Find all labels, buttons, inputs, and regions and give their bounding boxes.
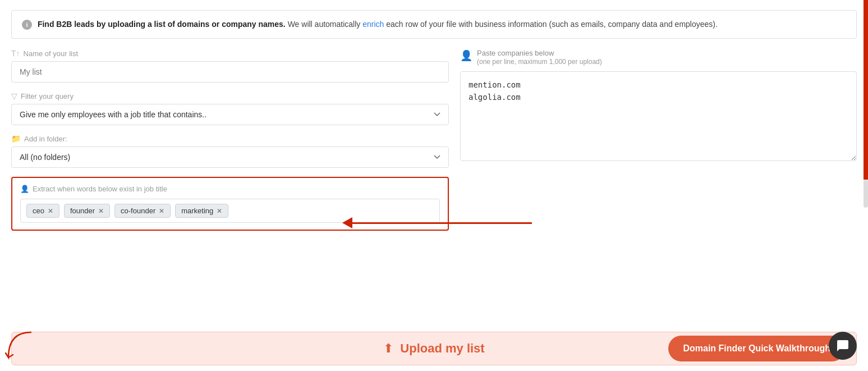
filter-icon: ▽ — [11, 91, 17, 100]
filter-field-label: ▽ Filter your query — [11, 91, 449, 100]
red-bar-decoration — [864, 0, 868, 180]
tags-label: 👤 Extract when words below exist in job … — [20, 185, 440, 193]
tag-founder-remove[interactable]: ✕ — [98, 207, 104, 215]
info-banner: i Find B2B leads by uploading a list of … — [11, 10, 857, 39]
filter-dropdown[interactable]: Give me only employees with a job title … — [11, 104, 449, 125]
tag-cofounder-text: co-founder — [121, 207, 155, 215]
upload-label-text: Upload my list — [400, 341, 484, 356]
left-column: T↑ Name of your list ▽ Filter your query… — [11, 49, 449, 231]
chat-icon — [836, 339, 849, 352]
tag-founder: founder ✕ — [64, 204, 110, 218]
list-name-input[interactable] — [11, 61, 449, 83]
name-label-text: Name of your list — [24, 49, 79, 58]
chat-bubble-button[interactable] — [829, 332, 857, 360]
filter-label-text: Filter your query — [21, 92, 74, 100]
tag-founder-text: founder — [70, 207, 95, 215]
folder-icon: 📁 — [11, 134, 21, 143]
tag-cofounder: co-founder ✕ — [114, 204, 171, 218]
name-field-label: T↑ Name of your list — [11, 49, 449, 58]
folder-label-text: Add in folder: — [24, 135, 67, 143]
page-wrapper: i Find B2B leads by uploading a list of … — [0, 0, 868, 371]
right-column: 👤 Paste companies below (one per line, m… — [460, 49, 857, 231]
bottom-arrow-svg — [3, 329, 36, 363]
paste-label-content: Paste companies below (one per line, max… — [477, 49, 602, 67]
companies-textarea[interactable]: mention.com algolia.com — [460, 71, 857, 161]
bottom-arrow-decoration — [3, 329, 36, 365]
upload-button-area: ⬆ Upload my list — [383, 341, 484, 356]
walkthrough-button[interactable]: Domain Finder Quick Walkthrough — [668, 336, 845, 361]
paste-sub-label: (one per line, maximum 1,000 per upload) — [477, 57, 602, 67]
tag-marketing: marketing ✕ — [175, 204, 228, 218]
upload-icon: ⬆ — [383, 341, 393, 356]
tag-marketing-text: marketing — [181, 207, 213, 215]
paste-label: 👤 Paste companies below (one per line, m… — [460, 49, 857, 67]
info-bold-text: Find B2B leads by uploading a list of do… — [38, 20, 286, 29]
tag-ceo: ceo ✕ — [26, 204, 59, 218]
arrow-line — [352, 222, 532, 224]
tag-ceo-text: ceo — [33, 207, 44, 215]
scrollbar-indicator[interactable] — [864, 180, 868, 208]
two-column-layout: T↑ Name of your list ▽ Filter your query… — [11, 49, 857, 231]
text-format-icon: T↑ — [11, 49, 20, 58]
main-content: i Find B2B leads by uploading a list of … — [0, 0, 868, 323]
tag-marketing-remove[interactable]: ✕ — [217, 207, 222, 215]
tag-cofounder-remove[interactable]: ✕ — [159, 207, 164, 215]
arrow-wrapper — [342, 217, 532, 228]
folder-field-label: 📁 Add in folder: — [11, 134, 449, 143]
info-normal-text: We will automatically — [288, 20, 363, 29]
folder-dropdown[interactable]: All (no folders) — [11, 146, 449, 168]
paste-main-label: Paste companies below — [477, 49, 602, 57]
paste-icon: 👤 — [460, 49, 472, 62]
person-icon: 👤 — [20, 185, 29, 193]
arrow-head-left — [342, 217, 352, 228]
info-icon: i — [22, 20, 32, 30]
info-end-text: each row of your file with business info… — [386, 20, 718, 29]
tag-ceo-remove[interactable]: ✕ — [48, 207, 53, 215]
tags-label-text: Extract when words below exist in job ti… — [33, 185, 167, 193]
enrich-link[interactable]: enrich — [362, 20, 384, 29]
action-bar: ⬆ Upload my list Domain Finder Quick Wal… — [11, 332, 857, 365]
